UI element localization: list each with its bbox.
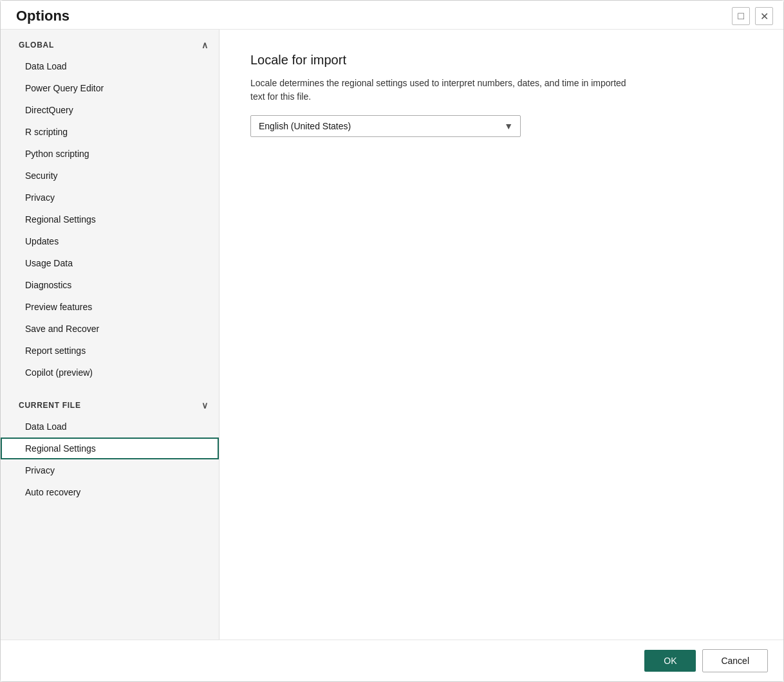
sidebar-item-data-load-global[interactable]: Data Load [1, 55, 219, 77]
global-section-label: GLOBAL [19, 41, 54, 50]
sidebar-item-power-query-editor[interactable]: Power Query Editor [1, 77, 219, 99]
current-file-section-label: CURRENT FILE [19, 401, 81, 410]
close-button[interactable]: ✕ [755, 7, 773, 25]
sidebar-item-updates[interactable]: Updates [1, 230, 219, 252]
locale-select[interactable]: English (United States)English (United K… [250, 115, 521, 137]
cancel-button[interactable]: Cancel [702, 649, 768, 672]
sidebar-item-regional-settings-current[interactable]: Regional Settings [1, 438, 219, 459]
sidebar-item-data-load-current[interactable]: Data Load [1, 416, 219, 438]
sidebar-item-copilot-preview[interactable]: Copilot (preview) [1, 362, 219, 383]
options-dialog: Options □ ✕ GLOBAL ∧ Data Load Power Que… [0, 0, 784, 682]
minimize-button[interactable]: □ [732, 7, 750, 25]
sidebar-item-usage-data[interactable]: Usage Data [1, 252, 219, 274]
sidebar-item-report-settings[interactable]: Report settings [1, 340, 219, 362]
main-content: Locale for import Locale determines the … [219, 30, 783, 640]
sidebar-scroll[interactable]: GLOBAL ∧ Data Load Power Query Editor Di… [1, 30, 219, 640]
sidebar-item-diagnostics[interactable]: Diagnostics [1, 274, 219, 296]
locale-select-wrapper: English (United States)English (United K… [250, 115, 521, 137]
global-section-header: GLOBAL ∧ [1, 30, 219, 55]
sidebar-item-direct-query[interactable]: DirectQuery [1, 99, 219, 121]
ok-button[interactable]: OK [644, 650, 696, 672]
window-controls: □ ✕ [732, 7, 773, 25]
sidebar-item-privacy[interactable]: Privacy [1, 187, 219, 208]
dialog-footer: OK Cancel [1, 640, 783, 681]
content-desc-line2: text for this file. [250, 91, 311, 102]
content-title: Locale for import [250, 53, 752, 68]
current-file-section-header: CURRENT FILE ∨ [1, 390, 219, 416]
sidebar-item-r-scripting[interactable]: R scripting [1, 121, 219, 143]
sidebar-item-preview-features[interactable]: Preview features [1, 296, 219, 318]
content-desc-line1: Locale determines the regional settings … [250, 78, 626, 88]
sidebar-item-save-and-recover[interactable]: Save and Recover [1, 318, 219, 340]
sidebar-item-python-scripting[interactable]: Python scripting [1, 143, 219, 165]
dialog-body: GLOBAL ∧ Data Load Power Query Editor Di… [1, 29, 783, 640]
sidebar-item-regional-settings-global[interactable]: Regional Settings [1, 208, 219, 230]
sidebar: GLOBAL ∧ Data Load Power Query Editor Di… [1, 30, 219, 640]
section-divider [1, 383, 219, 390]
global-chevron-icon[interactable]: ∧ [201, 40, 209, 50]
sidebar-item-security[interactable]: Security [1, 165, 219, 187]
content-description: Locale determines the regional settings … [250, 77, 688, 104]
dialog-title: Options [16, 8, 70, 24]
sidebar-item-privacy-current[interactable]: Privacy [1, 459, 219, 481]
sidebar-item-auto-recovery[interactable]: Auto recovery [1, 481, 219, 503]
title-bar: Options □ ✕ [1, 1, 783, 29]
current-file-chevron-icon[interactable]: ∨ [201, 400, 209, 410]
